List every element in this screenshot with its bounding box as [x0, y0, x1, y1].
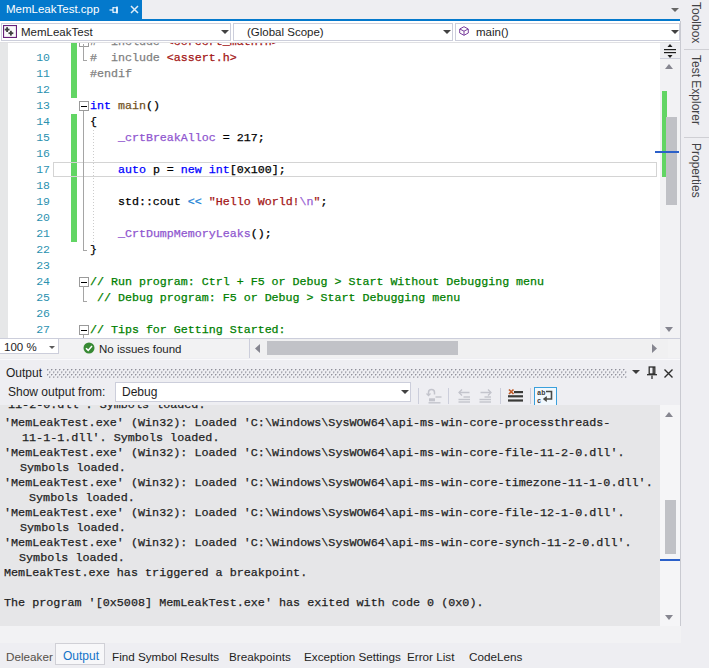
svg-text:ab: ab: [537, 389, 545, 397]
svg-text:c: c: [537, 397, 541, 404]
